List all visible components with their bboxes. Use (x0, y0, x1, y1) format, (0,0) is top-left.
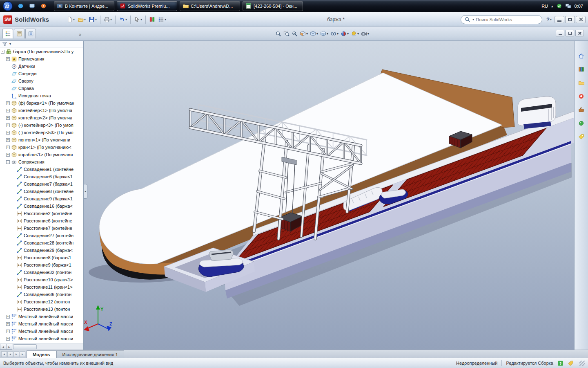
tab-scroll-next-icon[interactable]: ▸ (13, 351, 19, 357)
tree-item[interactable]: +Местный линейный масси (0, 328, 83, 335)
tree-item[interactable]: +(ф) баржа<1> (По умолчан (0, 99, 83, 107)
appearance-sphere-button[interactable] (577, 118, 586, 128)
tab-scroll-prev-icon[interactable]: ◂ (7, 351, 13, 357)
tree-item[interactable]: +корабля<1> (По умолчани (0, 151, 83, 158)
tree-item[interactable]: +AПримечания (0, 55, 83, 63)
display-style-button[interactable]: ▾ (319, 28, 329, 39)
tray-chevron-icon[interactable]: ▴ (551, 4, 553, 8)
deckhouse-right[interactable] (518, 96, 556, 129)
hide-show-button[interactable]: ▾ (330, 28, 339, 39)
media-player-quicklaunch-button[interactable] (38, 1, 48, 11)
tree-item[interactable]: Расстояние11 (кран<1> (0, 283, 83, 291)
taskbar-button[interactable]: [423-260-584] - Окн... (243, 1, 303, 11)
taskbar-clock[interactable]: 0:07 (575, 4, 583, 9)
restore-button[interactable] (565, 16, 575, 23)
scroll-right-icon[interactable]: ▸ (6, 344, 12, 350)
search-dropdown-caret-icon[interactable]: ▾ (472, 18, 474, 21)
expand-toggle[interactable]: - (6, 160, 10, 164)
file-explorer-button[interactable] (577, 78, 586, 88)
doc-restore-button[interactable] (566, 30, 574, 36)
tree-item[interactable]: Совпадение1 (контейне (0, 166, 83, 173)
zoom-fit-button[interactable] (274, 28, 282, 39)
tree-item[interactable]: Расстояние13 (понтон (0, 305, 83, 313)
toolbox-button[interactable] (577, 105, 586, 114)
expand-toggle[interactable]: + (6, 322, 10, 326)
doc-close-button[interactable] (575, 30, 584, 36)
scene-button[interactable]: ▾ (350, 28, 360, 39)
expand-toggle[interactable]: + (6, 330, 10, 333)
view-orientation-button[interactable]: ▾ (309, 28, 319, 39)
expand-toggle[interactable]: + (6, 153, 10, 157)
tree-item[interactable]: Расстояние6 (контейне (0, 217, 83, 224)
tree-item[interactable]: Сверху (0, 77, 83, 85)
document-tab[interactable]: Исследование движения 1 (56, 350, 124, 358)
show-desktop-quicklaunch-button[interactable] (27, 1, 37, 11)
custom-properties-button[interactable] (577, 132, 586, 141)
filter-icon[interactable] (2, 41, 8, 47)
tab-scroll-last-icon[interactable]: ▸ (20, 351, 25, 357)
expand-toggle[interactable]: - (1, 50, 4, 54)
doc-minimize-button[interactable] (556, 30, 564, 36)
expand-toggle[interactable]: + (6, 57, 10, 61)
tree-item[interactable]: Исходная точка (0, 92, 83, 99)
tree-item[interactable]: Совпадение29 (баржа< (0, 247, 83, 254)
section-view-button[interactable]: ▾ (299, 28, 309, 39)
home-button[interactable] (577, 51, 586, 61)
graphics-area[interactable]: Y X Z (84, 41, 574, 350)
new-document-button[interactable]: ▾ (65, 14, 76, 25)
tree-item[interactable]: Совпадение7 (баржа<1 (0, 180, 83, 188)
expand-toggle[interactable]: + (6, 131, 10, 135)
expand-toggle[interactable]: + (6, 146, 10, 149)
expand-toggle[interactable]: + (6, 337, 10, 341)
tree-item[interactable]: +кран<1> (По умолчанию< (0, 144, 83, 151)
tree-item[interactable]: Расстояние12 (понтон (0, 298, 83, 305)
tree-item[interactable]: +(-) контейнер<53> (По умо (0, 129, 83, 136)
scroll-left-icon[interactable]: ◂ (0, 344, 6, 350)
taskbar-button[interactable]: ВВ Контакте | Андре... (54, 1, 114, 11)
appearance-button[interactable]: ▾ (340, 28, 350, 39)
expand-toggle[interactable]: + (6, 101, 10, 105)
start-button[interactable] (2, 1, 13, 11)
tree-item[interactable]: +контейнер<2> (По умолча (0, 114, 83, 121)
tree-item[interactable]: Расстояние10 (кран<1> (0, 276, 83, 283)
tree-item[interactable]: Совпадение36 (понтон (0, 291, 83, 298)
tree-item[interactable]: Расстояние2 (контейне (0, 210, 83, 217)
panel-collapse-handle[interactable]: ◂ (84, 184, 87, 199)
quick-tips-icon[interactable]: ? (557, 360, 564, 366)
open-button[interactable]: ▾ (76, 14, 87, 25)
tree-item[interactable]: +контейнер<1> (По умолча (0, 107, 83, 114)
expand-toggle[interactable]: + (6, 138, 10, 142)
options-list-button[interactable]: ▾ (157, 14, 167, 25)
taskbar-button[interactable]: C:\Users\Andrew\D... (180, 1, 240, 11)
tree-item[interactable]: Совпадение9 (баржа<1 (0, 195, 83, 202)
tree-item[interactable]: Расстояние9 (баржа<1 (0, 261, 83, 269)
tree-item[interactable]: Совпадение8 (контейне (0, 188, 83, 195)
feature-tree-tab[interactable] (2, 29, 13, 38)
expand-toggle[interactable]: + (6, 116, 10, 120)
search-input[interactable] (476, 17, 539, 22)
expand-toggle[interactable]: + (6, 109, 10, 112)
tab-scroll-first-icon[interactable]: ◂ (1, 351, 7, 357)
tree-item[interactable]: Расстояние8 (баржа<1 (0, 254, 83, 261)
taskbar-button[interactable]: SolidWorks Premiu... (117, 1, 177, 11)
keyboard-layout-indicator[interactable]: RU (541, 4, 548, 9)
tree-item[interactable]: +понтон<1> (По умолчани (0, 136, 83, 144)
color-bars-button[interactable] (148, 14, 156, 25)
tray-network-icon[interactable] (565, 3, 571, 9)
tree-item[interactable]: +(-) контейнер<3> (По умол (0, 121, 83, 129)
tree-item[interactable]: Датчики (0, 63, 83, 70)
tray-green-icon[interactable] (556, 3, 562, 9)
close-button[interactable] (576, 16, 586, 23)
tree-horizontal-scrollbar[interactable]: ◂ ▸ (0, 343, 83, 350)
resources-button[interactable] (577, 91, 586, 101)
3d-viewport[interactable]: Y X Z (84, 41, 574, 350)
tree-item[interactable]: Совпадение28 (контейн (0, 239, 83, 247)
tree-item[interactable]: Справа (0, 85, 83, 92)
expand-toggle[interactable]: + (6, 315, 10, 319)
document-tab[interactable]: Модель (27, 350, 56, 358)
select-button[interactable]: ▾ (133, 14, 143, 25)
help-button[interactable]: ?▾ (545, 14, 553, 25)
print-button[interactable]: ▾ (102, 14, 113, 25)
tree-item[interactable]: +Местный линейный масси (0, 313, 83, 320)
panel-overflow-chevron[interactable]: » (79, 32, 81, 38)
